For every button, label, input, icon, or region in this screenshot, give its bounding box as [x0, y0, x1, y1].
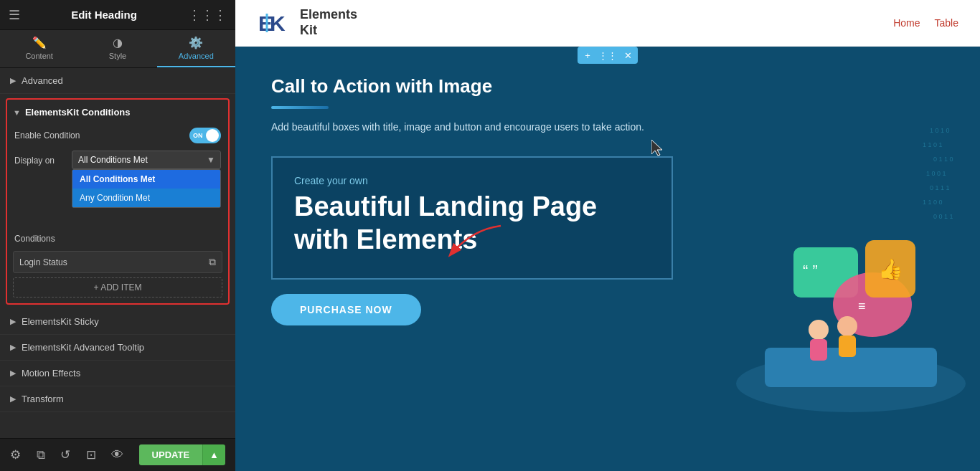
enable-condition-label: Enable Condition	[14, 130, 80, 141]
ek-sticky-arrow: ▶	[10, 317, 16, 326]
builder-add-button[interactable]: +	[578, 47, 598, 64]
ek-conditions-header[interactable]: ▼ ElementsKit Conditions	[13, 105, 222, 123]
nav-table[interactable]: Table	[935, 17, 958, 29]
dropdown-option-all[interactable]: All Conditions Met	[72, 170, 220, 189]
builder-close-button[interactable]: ✕	[618, 47, 638, 64]
ek-tooltip-label: ElementsKit Advanced Tooltip	[22, 342, 144, 353]
hamburger-icon[interactable]: ☰	[9, 7, 20, 23]
motion-effects-arrow: ▶	[10, 368, 16, 378]
dropdown-option-any[interactable]: Any Condition Met	[72, 189, 220, 207]
toggle-knob	[206, 129, 219, 142]
display-on-label: Display on	[14, 151, 72, 166]
display-on-value: All Conditions Met	[78, 155, 148, 165]
display-on-select[interactable]: All Conditions Met ▼	[72, 151, 221, 169]
nav-links: Home Table	[893, 17, 958, 29]
display-on-row: Display on All Conditions Met ▼ All Cond…	[13, 148, 222, 172]
panel-title: Edit Heading	[71, 9, 137, 21]
dropdown-arrow-icon: ▼	[207, 155, 215, 165]
svg-text:1 1 0 1: 1 1 0 1	[923, 141, 943, 148]
motion-effects-row[interactable]: ▶ Motion Effects	[0, 361, 235, 386]
hero-underline	[271, 106, 329, 109]
illustration: “ ” ≡ 👍 1 0 1 0 1 1 0 1 0 1 1 0 1 0 0 1 …	[707, 47, 980, 448]
svg-point-13	[809, 320, 829, 340]
landing-card: Create your own Beautiful Landing Page w…	[271, 156, 673, 279]
ek-conditions-arrow: ▼	[13, 108, 21, 117]
svg-text:0 1 1 0: 0 1 1 0	[933, 156, 953, 163]
logo-icon: E K	[257, 8, 293, 38]
copy-icon[interactable]: ⧉	[209, 256, 216, 268]
tab-advanced-label: Advanced	[179, 52, 214, 60]
advanced-section-row[interactable]: ▶ Advanced	[0, 68, 235, 94]
display-on-dropdown-wrapper: All Conditions Met ▼ All Conditions Met …	[72, 151, 221, 169]
builder-move-button[interactable]: ⋮⋮	[598, 47, 618, 64]
login-status-row: Login Status ⧉	[13, 251, 222, 273]
svg-text:1 0 1 0: 1 0 1 0	[930, 127, 950, 134]
svg-text:“ ”: “ ”	[803, 262, 818, 280]
landing-card-title: Beautiful Landing Page with Elements	[294, 191, 650, 256]
svg-text:≡: ≡	[858, 299, 866, 313]
tab-bar: ✏️ Content ◑ Style ⚙️ Advanced	[0, 30, 235, 68]
transform-row[interactable]: ▶ Transform	[0, 386, 235, 412]
tab-content-label: Content	[25, 52, 53, 60]
purchase-button[interactable]: PURCHASE NOW	[271, 294, 421, 325]
svg-text:0 1 1 1: 0 1 1 1	[930, 184, 950, 191]
tab-style[interactable]: ◑ Style	[78, 30, 156, 67]
motion-effects-label: Motion Effects	[22, 368, 80, 379]
nav-home[interactable]: Home	[893, 17, 920, 29]
transform-label: Transform	[22, 394, 64, 404]
svg-text:K: K	[270, 11, 286, 35]
tab-style-label: Style	[109, 52, 126, 60]
ek-sticky-label: ElementsKit Sticky	[22, 316, 99, 327]
svg-rect-14	[810, 339, 827, 361]
hero-text: Call to Action with Image Add beautiful …	[271, 75, 644, 135]
style-icon: ◑	[113, 36, 123, 49]
update-btn-group: UPDATE ▲	[139, 444, 225, 465]
transform-arrow: ▶	[10, 394, 16, 404]
toggle-on-label: ON	[193, 132, 203, 139]
panel-header: ☰ Edit Heading ⋮⋮⋮	[0, 0, 235, 30]
elementskit-tooltip-row[interactable]: ▶ ElementsKit Advanced Tooltip	[0, 335, 235, 361]
hero-title: Call to Action with Image	[271, 75, 644, 97]
update-button[interactable]: UPDATE	[139, 444, 202, 465]
svg-text:0 0 1 1: 0 0 1 1	[933, 213, 953, 220]
landing-card-subtitle: Create your own	[294, 175, 650, 186]
ek-tooltip-arrow: ▶	[10, 343, 16, 352]
logo-text: Elements Kit	[300, 7, 357, 38]
svg-point-15	[837, 316, 857, 336]
grid-icon[interactable]: ⋮⋮⋮	[188, 7, 227, 23]
logo-area: E K Elements Kit	[257, 7, 357, 38]
tab-advanced[interactable]: ⚙️ Advanced	[157, 30, 235, 67]
responsive-icon[interactable]: ⊡	[86, 447, 96, 462]
hero-description: Add beautiful boxes with title, image an…	[271, 119, 644, 135]
update-dropdown-button[interactable]: ▲	[202, 444, 225, 465]
svg-rect-16	[839, 336, 856, 357]
enable-condition-toggle[interactable]: ON	[189, 128, 221, 143]
content-icon: ✏️	[32, 36, 47, 49]
bottom-toolbar: ⚙ ⧉ ↺ ⊡ 👁 UPDATE ▲	[0, 438, 235, 471]
site-nav: E K Elements Kit Home Table	[235, 0, 980, 47]
advanced-section-label: Advanced	[22, 75, 63, 86]
settings-icon[interactable]: ⚙	[10, 447, 21, 462]
left-panel: ☰ Edit Heading ⋮⋮⋮ ✏️ Content ◑ Style ⚙️…	[0, 0, 235, 471]
history-icon[interactable]: ↺	[60, 447, 70, 462]
advanced-section-arrow: ▶	[10, 76, 16, 85]
elementskit-sticky-row[interactable]: ▶ ElementsKit Sticky	[0, 309, 235, 335]
right-content: E K Elements Kit Home Table + ⋮⋮ ✕ Call …	[235, 0, 980, 471]
svg-text:1 1 0 0: 1 1 0 0	[923, 199, 943, 206]
elementskit-conditions-block: ▼ ElementsKit Conditions Enable Conditio…	[6, 98, 230, 305]
advanced-icon: ⚙️	[189, 36, 203, 49]
svg-text:1 0 0 1: 1 0 0 1	[926, 170, 946, 177]
conditions-label: Conditions	[14, 234, 72, 244]
panel-body: ▶ Advanced ▼ ElementsKit Conditions Enab…	[0, 68, 235, 438]
conditions-row: Conditions	[13, 229, 222, 248]
enable-condition-row: Enable Condition ON	[13, 123, 222, 148]
login-status-label: Login Status	[19, 257, 209, 267]
layers-icon[interactable]: ⧉	[37, 448, 45, 462]
tab-content[interactable]: ✏️ Content	[0, 30, 78, 67]
add-item-button[interactable]: + ADD ITEM	[13, 277, 222, 298]
add-item-label: + ADD ITEM	[93, 282, 141, 292]
svg-text:👍: 👍	[878, 257, 903, 281]
visibility-icon[interactable]: 👁	[111, 448, 123, 462]
builder-toolbar: + ⋮⋮ ✕	[578, 47, 638, 64]
display-on-dropdown-list: All Conditions Met Any Condition Met	[72, 169, 221, 208]
